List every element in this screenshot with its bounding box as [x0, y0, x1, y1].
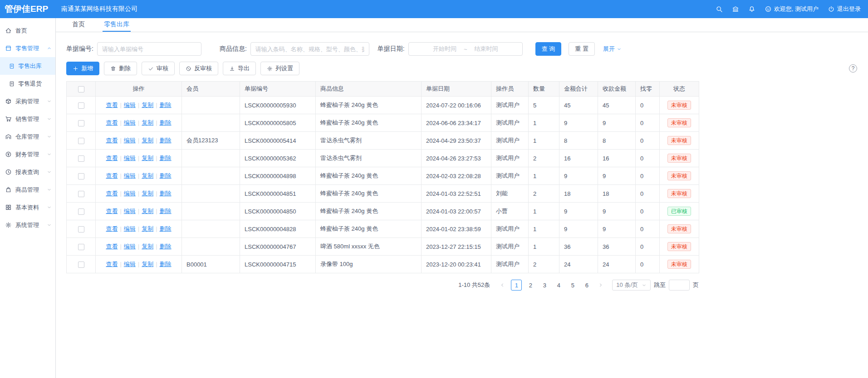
select-all-checkbox[interactable]	[78, 86, 84, 92]
row-action-view[interactable]: 查看	[106, 261, 118, 267]
row-action-copy[interactable]: 复制	[142, 225, 153, 232]
audit-button[interactable]: 审核	[142, 62, 175, 75]
cell-checkbox	[67, 203, 96, 220]
welcome-user[interactable]: 欢迎您, 测试用户	[765, 5, 819, 13]
search-icon[interactable]	[716, 5, 723, 13]
unaudit-button[interactable]: 反审核	[179, 62, 218, 75]
row-action-edit[interactable]: 编辑	[124, 102, 136, 108]
expand-toggle[interactable]: 展开	[603, 45, 622, 53]
row-action-delete[interactable]: 删除	[160, 119, 172, 126]
row-action-copy[interactable]: 复制	[142, 261, 153, 267]
row-action-delete[interactable]: 删除	[160, 208, 172, 214]
row-action-copy[interactable]: 复制	[142, 102, 153, 108]
page-button-2[interactable]: 2	[525, 280, 536, 291]
row-action-copy[interactable]: 复制	[142, 155, 153, 161]
row-checkbox[interactable]	[78, 173, 84, 179]
page-size-select[interactable]: 10 条/页	[612, 280, 651, 291]
row-checkbox[interactable]	[78, 138, 84, 144]
row-action-delete[interactable]: 删除	[160, 243, 172, 250]
row-action-view[interactable]: 查看	[106, 102, 118, 108]
row-action-view[interactable]: 查看	[106, 172, 118, 179]
bank-icon[interactable]	[732, 5, 739, 13]
row-action-delete[interactable]: 删除	[160, 137, 172, 144]
cell-status: 未审核	[660, 256, 699, 273]
jump-page-input[interactable]	[669, 280, 690, 291]
row-checkbox[interactable]	[78, 244, 84, 250]
sidebar-item-home[interactable]: 首页	[0, 22, 55, 39]
row-action-view[interactable]: 查看	[106, 208, 118, 214]
app-root: 管伊佳ERP 南通某某网络科技有限公司 欢迎您, 测试用户 退出登录 首页零售管…	[0, 0, 868, 378]
chevron-down-icon	[47, 205, 52, 210]
row-action-edit[interactable]: 编辑	[124, 137, 136, 144]
row-action-copy[interactable]: 复制	[142, 137, 153, 144]
row-action-delete[interactable]: 删除	[160, 190, 172, 197]
row-action-delete[interactable]: 删除	[160, 155, 172, 161]
page-button-1[interactable]: 1	[511, 280, 522, 291]
row-checkbox[interactable]	[78, 155, 84, 162]
reset-button[interactable]: 重 置	[569, 42, 595, 56]
row-action-edit[interactable]: 编辑	[124, 225, 136, 232]
row-action-edit[interactable]: 编辑	[124, 119, 136, 126]
prev-page-button[interactable]	[497, 280, 508, 291]
row-action-view[interactable]: 查看	[106, 225, 118, 232]
row-checkbox[interactable]	[78, 262, 84, 268]
row-action-view[interactable]: 查看	[106, 137, 118, 144]
row-action-delete[interactable]: 删除	[160, 172, 172, 179]
delete-button[interactable]: 删除	[104, 62, 137, 75]
row-checkbox[interactable]	[78, 120, 84, 126]
next-page-button[interactable]	[595, 280, 606, 291]
row-action-view[interactable]: 查看	[106, 119, 118, 126]
bell-icon[interactable]	[748, 5, 755, 13]
row-action-view[interactable]: 查看	[106, 155, 118, 161]
tab-retail-outbound[interactable]: 零售出库	[103, 18, 131, 32]
row-action-copy[interactable]: 复制	[142, 208, 153, 214]
page-button-6[interactable]: 6	[581, 280, 592, 291]
cell-status: 已审核	[660, 203, 699, 220]
row-checkbox[interactable]	[78, 226, 84, 233]
sidebar-item-retail[interactable]: 零售管理	[0, 39, 55, 57]
row-action-edit[interactable]: 编辑	[124, 155, 136, 161]
row-action-delete[interactable]: 删除	[160, 102, 172, 108]
row-action-edit[interactable]: 编辑	[124, 172, 136, 179]
row-action-delete[interactable]: 删除	[160, 261, 172, 267]
row-action-copy[interactable]: 复制	[142, 243, 153, 250]
sidebar-item-sales[interactable]: 销售管理	[0, 110, 55, 128]
column-settings-button[interactable]: 列设置	[260, 62, 299, 75]
row-action-edit[interactable]: 编辑	[124, 208, 136, 214]
row-action-delete[interactable]: 删除	[160, 225, 172, 232]
row-action-edit[interactable]: 编辑	[124, 261, 136, 267]
page-button-3[interactable]: 3	[539, 280, 550, 291]
row-checkbox[interactable]	[78, 191, 84, 197]
sidebar-subitem-retail-outbound[interactable]: 零售出库	[0, 57, 55, 75]
export-button[interactable]: 导出	[223, 62, 256, 75]
add-button[interactable]: 新增	[66, 62, 99, 75]
row-action-view[interactable]: 查看	[106, 190, 118, 197]
sidebar-item-products[interactable]: 商品管理	[0, 181, 55, 199]
row-action-copy[interactable]: 复制	[142, 172, 153, 179]
sidebar-item-reports[interactable]: 报表查询	[0, 163, 55, 181]
help-icon[interactable]: ?	[849, 64, 857, 73]
row-checkbox[interactable]	[78, 208, 84, 215]
sidebar-item-finance[interactable]: 财务管理	[0, 145, 55, 163]
logout-button[interactable]: 退出登录	[828, 5, 861, 13]
row-action-view[interactable]: 查看	[106, 243, 118, 250]
row-action-copy[interactable]: 复制	[142, 119, 153, 126]
sidebar-item-purchase[interactable]: 采购管理	[0, 92, 55, 110]
row-action-edit[interactable]: 编辑	[124, 243, 136, 250]
bill-date-range-picker[interactable]: 开始时间 ~ 结束时间	[408, 42, 523, 56]
product-info-input[interactable]	[250, 42, 369, 56]
sidebar-item-system[interactable]: 系统管理	[0, 216, 55, 234]
search-button[interactable]: 查 询	[535, 42, 562, 56]
page-button-5[interactable]: 5	[567, 280, 578, 291]
cell-change: 0	[636, 185, 660, 203]
tab-home[interactable]: 首页	[71, 18, 86, 32]
sidebar-subitem-retail-return[interactable]: 零售退货	[0, 75, 55, 92]
main-area: 首页零售出库 单据编号: 商品信息: 单据日期: 开始时间 ~ 结束时间 查 询…	[56, 18, 868, 378]
sidebar-item-basics[interactable]: 基本资料	[0, 199, 55, 216]
row-action-copy[interactable]: 复制	[142, 190, 153, 197]
bill-no-input[interactable]	[97, 42, 201, 56]
row-checkbox[interactable]	[78, 102, 84, 109]
page-button-4[interactable]: 4	[553, 280, 564, 291]
sidebar-item-warehouse[interactable]: 仓库管理	[0, 128, 55, 145]
row-action-edit[interactable]: 编辑	[124, 190, 136, 197]
